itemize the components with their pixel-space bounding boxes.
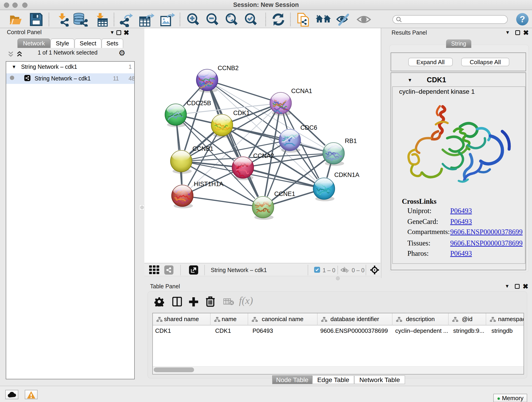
svg-text:CDC6: CDC6: [300, 124, 317, 131]
svg-text:RB1: RB1: [345, 138, 357, 144]
svg-text:CCNA2: CCNA2: [253, 153, 274, 159]
svg-text:CCNB2: CCNB2: [218, 65, 239, 71]
svg-text:CCNA1: CCNA1: [291, 88, 312, 95]
svg-text:CDK1: CDK1: [233, 109, 250, 116]
svg-text:HIST1H1A: HIST1H1A: [194, 181, 223, 187]
svg-text:CDKN1A: CDKN1A: [334, 172, 360, 178]
svg-text:CCNB1: CCNB1: [192, 145, 214, 152]
svg-text:CDC25B: CDC25B: [187, 100, 211, 107]
svg-text:CCNE1: CCNE1: [274, 191, 295, 197]
